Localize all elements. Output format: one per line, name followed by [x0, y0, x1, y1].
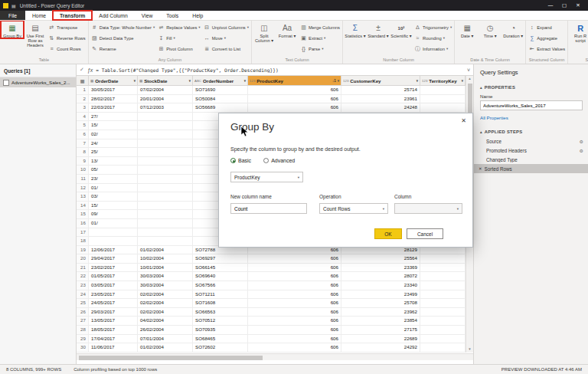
cell[interactable]: 22/03/2017 [89, 103, 138, 113]
cell[interactable] [138, 157, 193, 166]
profiling-info[interactable]: Column profiling based on top 1000 rows [74, 367, 157, 372]
ribbon-button-date[interactable]: ▦Date ▾ [456, 21, 479, 38]
cell[interactable]: 17/04/2017 [89, 335, 138, 344]
row-number[interactable]: 2 [77, 95, 89, 104]
horizontal-scroll-thumb[interactable] [79, 356, 263, 360]
cell[interactable] [420, 86, 466, 95]
ribbon-button-statistics[interactable]: ΣStatistics ▾ [344, 21, 367, 38]
row-number[interactable]: 13 [77, 192, 89, 202]
filter-icon[interactable]: ▾ [416, 79, 418, 83]
advanced-radio[interactable]: Advanced [263, 158, 295, 163]
row-number[interactable]: 17 [77, 228, 89, 238]
ribbon-button-duration[interactable]: ◔Duration ▾ [501, 21, 524, 38]
cell[interactable] [138, 113, 193, 122]
column-header-stockdate[interactable]: ▦StockDate▾ [138, 76, 193, 86]
query-list-item[interactable]: AdventureWorks_Sales_2... [0, 77, 76, 87]
applied-step-changed-type[interactable]: Changed Type [474, 155, 588, 164]
cell[interactable] [138, 219, 193, 228]
cell[interactable]: 02/02/2004 [138, 299, 193, 308]
cell[interactable]: 23961 [341, 95, 420, 104]
cell[interactable]: 03/05/2017 [89, 281, 138, 290]
cell[interactable]: 02/02/2004 [138, 290, 193, 300]
cell[interactable] [420, 103, 466, 113]
table-row[interactable]: 228/02/201720/01/2004SO5008460623961 [77, 95, 473, 104]
row-number[interactable]: 8 [77, 148, 89, 157]
cell[interactable]: SO70935 [193, 326, 248, 335]
cell[interactable]: 606 [248, 290, 341, 300]
cell[interactable]: 606 [248, 326, 341, 335]
maximize-button[interactable]: ▢ [557, 0, 571, 11]
ribbon-button-rounding[interactable]: ≈Rounding▾ [414, 33, 452, 43]
cell[interactable]: 30/05/2017 [89, 86, 138, 95]
cell[interactable]: 04/02/2004 [138, 317, 193, 326]
cell[interactable]: 25708 [341, 299, 420, 308]
ribbon-button-fill[interactable]: ↧Fill▾ [158, 33, 200, 43]
cell[interactable]: 606 [248, 281, 341, 290]
cell[interactable] [138, 166, 193, 175]
ribbon-button-merge-columns[interactable]: ▥Merge Columns [300, 22, 340, 32]
ribbon-button-run-r-script[interactable]: RRun R script [569, 21, 588, 43]
row-number[interactable]: 3 [77, 103, 89, 113]
table-row[interactable]: 2423/05/201702/02/2004SO7121160623499 [77, 290, 473, 300]
column-header-productkey[interactable]: 123ProductKey↓1▾ [248, 76, 341, 86]
table-row[interactable]: 322/03/201707/12/2003SO5668960624248 [77, 103, 473, 113]
cell[interactable]: 13/ [89, 157, 138, 166]
cell[interactable]: 24248 [341, 103, 420, 113]
row-number[interactable]: 21 [77, 264, 89, 273]
cell[interactable] [138, 175, 193, 184]
cell[interactable]: 606 [248, 272, 341, 281]
table-row[interactable]: 2303/05/201730/03/2004SO6756660623340 [77, 281, 473, 290]
cell[interactable]: SO69640 [193, 272, 248, 281]
commit-check-icon[interactable]: ✓ [80, 67, 84, 73]
close-button[interactable]: ✕ [571, 0, 585, 11]
cell[interactable] [138, 202, 193, 211]
row-number[interactable]: 27 [77, 317, 89, 326]
tab-tools[interactable]: Tools [159, 11, 185, 20]
cell[interactable]: 28/02/2017 [89, 95, 138, 104]
tab-transform[interactable]: Transform [53, 11, 92, 20]
cell[interactable]: 23854 [341, 317, 420, 326]
row-number[interactable]: 16 [77, 219, 89, 228]
cell[interactable] [138, 184, 193, 193]
cell[interactable] [138, 130, 193, 139]
row-number[interactable]: 20 [77, 254, 89, 264]
formula-input[interactable]: = Table.Sort(#"Changed Type",{{"ProductK… [96, 67, 464, 73]
table-row[interactable]: 2713/05/201704/02/2004SO7051260623854 [77, 317, 473, 326]
cell[interactable]: 05/ [89, 166, 138, 175]
cell[interactable] [138, 148, 193, 157]
cell[interactable] [420, 281, 466, 290]
cell[interactable]: 606 [248, 317, 341, 326]
cell[interactable]: 25714 [341, 86, 420, 95]
row-number[interactable]: 7 [77, 139, 89, 149]
cell[interactable] [420, 343, 466, 353]
cell[interactable]: 25564 [341, 254, 420, 264]
row-number[interactable]: 1 [77, 86, 89, 95]
row-number[interactable]: 26 [77, 308, 89, 317]
tab-help[interactable]: Help [185, 11, 210, 20]
table-row[interactable]: 3011/06/201701/02/2004SO7260260624292 [77, 343, 473, 353]
cell[interactable]: 25/ [89, 148, 138, 157]
cell[interactable]: 03/ [89, 192, 138, 202]
ribbon-button-format[interactable]: AaFormat ▾ [276, 21, 299, 38]
cell[interactable]: 01/02/2004 [138, 246, 193, 255]
cell[interactable]: 30/03/2004 [138, 272, 193, 281]
cell[interactable]: 606 [248, 254, 341, 264]
table-row[interactable]: 2201/05/201730/03/2004SO6964060628072 [77, 272, 473, 281]
cell[interactable]: 23962 [341, 308, 420, 317]
formula-expand-icon[interactable]: ˅ [467, 67, 470, 73]
cell[interactable] [420, 326, 466, 335]
cell[interactable] [420, 317, 466, 326]
table-row[interactable]: 2917/04/201707/01/2004SO6846560622689 [77, 335, 473, 344]
new-column-name-input[interactable] [230, 203, 307, 214]
row-number[interactable]: 6 [77, 130, 89, 139]
cell[interactable]: SO69297 [193, 254, 248, 264]
column-header-territorykey[interactable]: 123TerritoryKey▾ [420, 76, 466, 86]
cell[interactable]: 02/ [89, 130, 138, 139]
column-select[interactable]: ▾ [394, 203, 462, 214]
cell[interactable] [420, 299, 466, 308]
group-by-column-select[interactable]: ProductKey ▾ [230, 172, 303, 182]
applied-step-sorted-rows[interactable]: ✕Sorted Rows [474, 164, 588, 173]
ribbon-button-detect-data-type[interactable]: ▨Detect Data Type [91, 33, 155, 43]
cell[interactable]: 28072 [341, 272, 420, 281]
tab-view[interactable]: View [135, 11, 160, 20]
